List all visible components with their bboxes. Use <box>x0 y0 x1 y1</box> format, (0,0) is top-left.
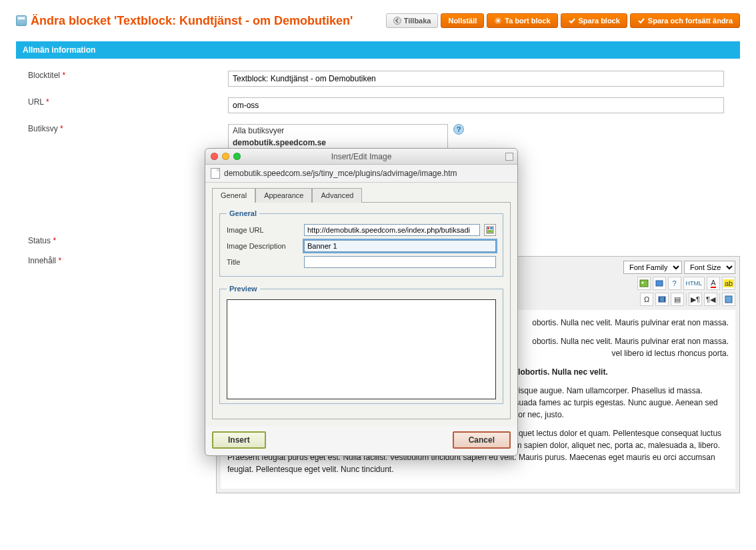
insert-image-modal: Insert/Edit Image demobutik.speedcom.se/… <box>205 148 518 456</box>
media-icon[interactable] <box>653 277 666 290</box>
page-title-text: Ändra blocket 'Textblock: Kundtjänst - o… <box>31 14 353 28</box>
storeview-label: Butiksvy * <box>28 124 228 133</box>
back-button[interactable]: Tillbaka <box>386 13 439 28</box>
text-color-icon[interactable]: A <box>707 277 720 290</box>
storeview-option-selected[interactable]: demobutik.speedcom.se <box>229 137 447 149</box>
url-label: URL * <box>28 97 228 107</box>
svg-rect-7 <box>664 297 665 302</box>
blocktitle-label: Blocktitel * <box>28 71 228 80</box>
insert-button[interactable]: Insert <box>212 431 266 449</box>
close-window-icon[interactable] <box>211 153 218 160</box>
svg-rect-6 <box>659 297 660 302</box>
image-description-label: Image Description <box>227 242 300 250</box>
modal-titlebar[interactable]: Insert/Edit Image <box>205 149 517 165</box>
image-url-label: Image URL <box>227 226 300 234</box>
delete-icon <box>494 17 502 25</box>
status-label: Status * <box>28 236 228 245</box>
delete-button[interactable]: Ta bort block <box>487 13 557 28</box>
omega-icon[interactable]: Ω <box>640 293 653 306</box>
cancel-button[interactable]: Cancel <box>453 431 511 449</box>
fieldset-general-legend: General <box>227 209 259 217</box>
browse-icon[interactable] <box>484 224 496 236</box>
save-button[interactable]: Spara block <box>561 13 627 28</box>
svg-point-0 <box>393 17 401 25</box>
delete-label: Ta bort block <box>505 17 550 25</box>
svg-rect-4 <box>656 281 663 286</box>
check-icon <box>568 17 576 25</box>
preview-box <box>227 299 496 399</box>
tab-advanced[interactable]: Advanced <box>312 188 362 203</box>
clapper-icon[interactable]: ▤ <box>671 293 684 306</box>
image-title-label: Title <box>227 258 300 266</box>
page-title: Ändra blocket 'Textblock: Kundtjänst - o… <box>16 14 353 28</box>
blocktitle-input[interactable] <box>228 71 724 87</box>
modal-url-text: demobutik.speedcom.se/js/tiny_mce/plugin… <box>224 169 457 178</box>
modal-url-bar: demobutik.speedcom.se/js/tiny_mce/plugin… <box>205 165 517 183</box>
minimize-window-icon[interactable] <box>222 153 229 160</box>
expand-icon[interactable] <box>505 153 513 161</box>
help-icon-toolbar[interactable]: ? <box>668 277 681 290</box>
image-description-input[interactable] <box>304 240 496 252</box>
section-header-general: Allmän information <box>16 41 740 59</box>
help-icon[interactable]: ? <box>453 124 464 135</box>
save-label: Spara block <box>579 17 620 25</box>
font-size-select[interactable]: Font Size <box>684 261 735 274</box>
url-input[interactable] <box>228 97 724 113</box>
storeview-option-all[interactable]: Alla butiksvyer <box>229 125 447 137</box>
svg-rect-11 <box>490 227 493 229</box>
svg-rect-10 <box>487 227 489 229</box>
svg-rect-12 <box>487 230 493 233</box>
modal-title: Insert/Edit Image <box>205 152 517 161</box>
film-icon[interactable] <box>655 293 669 306</box>
storeview-select[interactable]: Alla butiksvyer demobutik.speedcom.se <box>228 124 448 149</box>
html-button[interactable]: HTML <box>683 277 705 290</box>
save-continue-button[interactable]: Spara och fortsätt ändra <box>630 13 740 28</box>
save-continue-label: Spara och fortsätt ändra <box>648 17 733 25</box>
action-buttons: Tillbaka Nollställ Ta bort block Spara b… <box>386 13 740 28</box>
tab-appearance[interactable]: Appearance <box>255 188 312 203</box>
document-icon <box>211 168 220 179</box>
fieldset-preview-legend: Preview <box>227 285 260 293</box>
back-label: Tillbaka <box>404 17 431 25</box>
ltr-icon[interactable]: ▶¶ <box>689 293 702 306</box>
content-label: Innehåll * <box>28 256 228 265</box>
image-url-input[interactable] <box>304 224 480 236</box>
svg-point-3 <box>641 282 643 284</box>
reset-button[interactable]: Nollställ <box>441 13 484 28</box>
image-title-input[interactable] <box>304 256 496 268</box>
check-icon <box>637 17 645 25</box>
rtl-icon[interactable]: ¶◀ <box>704 293 717 306</box>
back-arrow-icon <box>393 17 401 25</box>
svg-rect-2 <box>640 280 648 287</box>
fullscreen-icon[interactable] <box>722 293 735 306</box>
bg-color-icon[interactable]: ab <box>722 277 735 290</box>
font-family-select[interactable]: Font Family <box>623 261 682 274</box>
svg-rect-8 <box>725 296 732 303</box>
reset-label: Nollställ <box>448 17 477 25</box>
zoom-window-icon[interactable] <box>233 153 241 160</box>
image-icon[interactable] <box>637 277 651 290</box>
block-icon <box>16 15 27 26</box>
tab-general[interactable]: General <box>212 188 255 203</box>
